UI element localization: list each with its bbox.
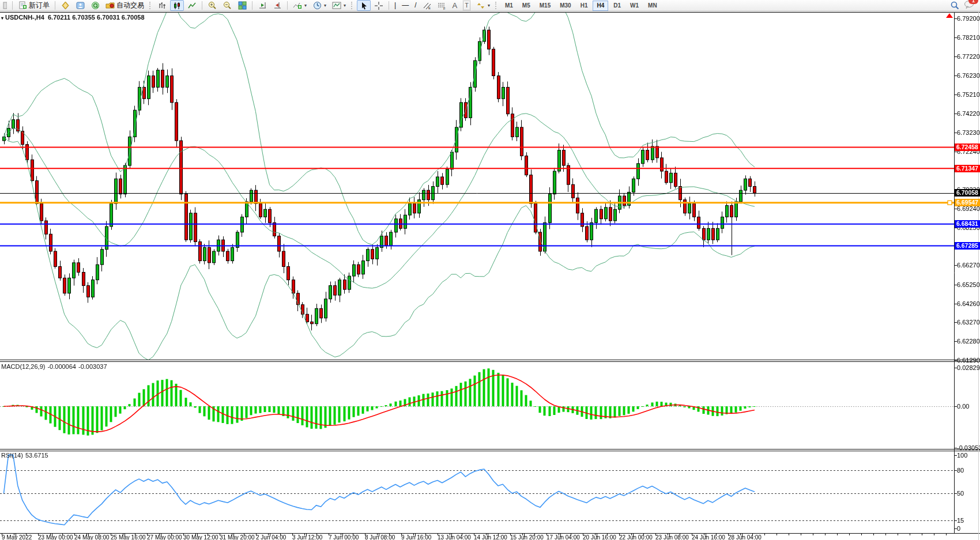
candlestick-chart-button[interactable] — [170, 0, 184, 11]
time-axis-label: 8 Jun 08:00 — [365, 534, 395, 540]
rsi-indicator-label: RSI(14)53.6715 — [1, 452, 51, 459]
dropdown-arrow-icon: ▾ — [324, 3, 326, 8]
text-tool-button[interactable]: A — [450, 0, 460, 11]
price-badge: 6.72458 — [955, 144, 980, 151]
price-axis-tick: 6.77220 — [957, 53, 980, 60]
price-axis-tick: 6.75210 — [957, 91, 980, 98]
timeframe-button-h1[interactable]: H1 — [576, 1, 592, 11]
time-axis-label: 31 May 20:00 — [220, 534, 255, 540]
auto-scroll-icon — [258, 1, 267, 10]
timeframe-button-mn[interactable]: MN — [644, 1, 661, 11]
zoom-out-button[interactable] — [220, 0, 234, 11]
macd-signal-value: -0.003037 — [78, 363, 107, 370]
mql5-community-button[interactable] — [88, 0, 102, 11]
svg-text:E: E — [428, 6, 431, 10]
indicators-icon — [293, 1, 302, 10]
cursor-tool-button[interactable] — [357, 0, 371, 11]
equidistant-channel-icon: E — [423, 1, 432, 10]
macd-axis-tick: 0.00 — [957, 403, 969, 410]
text-label-icon: T — [463, 1, 470, 10]
line-chart-button[interactable] — [185, 0, 199, 11]
price-axis-tick: 6.76230 — [957, 72, 980, 79]
chart-menu-caret-icon[interactable]: ▾ — [1, 16, 3, 21]
timeframe-button-m1[interactable]: M1 — [501, 1, 517, 11]
price-axis-tick: 6.63270 — [957, 319, 980, 326]
macd-axis-tick: -0.030537 — [957, 444, 980, 451]
time-axis-label: 22 Jun 00:00 — [619, 534, 653, 540]
periods-button[interactable]: ▾ — [310, 0, 329, 11]
price-axis-tick: 6.79200 — [957, 15, 980, 22]
fibonacci-tool-button[interactable]: F — [435, 0, 449, 11]
tile-windows-button[interactable] — [235, 0, 249, 11]
time-axis-label: 13 Jun 04:00 — [438, 534, 471, 540]
time-axis-label: 23 May 00:00 — [38, 534, 73, 540]
svg-text:F: F — [443, 7, 446, 10]
crosshair-icon — [374, 1, 383, 10]
chart-shift-button[interactable] — [270, 0, 284, 11]
cursor-icon — [359, 1, 368, 10]
rsi-axis-tick: 0 — [957, 525, 960, 532]
indicators-button[interactable]: ▾ — [291, 0, 309, 11]
time-axis-label: 23 Jun 08:00 — [655, 534, 689, 540]
new-order-label: 新订单 — [29, 1, 50, 10]
text-icon: A — [453, 1, 458, 10]
channel-tool-button[interactable]: E — [420, 0, 434, 11]
vertical-line-tool-button[interactable]: | — [392, 0, 398, 11]
price-axis-tick: 6.62280 — [957, 338, 980, 345]
zoom-in-button[interactable] — [205, 0, 219, 11]
price-axis-tick: 6.66270 — [957, 262, 980, 269]
autotrading-button[interactable]: 自动交易 — [103, 0, 146, 11]
dropdown-arrow-icon: ▾ — [304, 3, 307, 8]
candlestick-chart-icon — [172, 1, 182, 10]
terminal-button[interactable] — [73, 0, 87, 11]
mt4-window: 新订单 自动交易 — [0, 0, 980, 540]
timeframe-button-w1[interactable]: W1 — [626, 1, 643, 11]
trendline-icon: / — [414, 1, 416, 10]
clock-icon — [312, 1, 322, 10]
new-order-button[interactable]: 新订单 — [16, 0, 52, 11]
time-axis-label: 14 Jun 12:00 — [474, 534, 507, 540]
time-axis-label: 25 May 16:00 — [111, 534, 146, 540]
rsi-name: RSI(14) — [1, 452, 23, 459]
horizontal-line-tool-button[interactable]: — — [399, 0, 411, 11]
price-badge: 6.69547 — [955, 199, 980, 206]
timeframe-button-m5[interactable]: M5 — [518, 1, 534, 11]
autotrading-label: 自动交易 — [116, 1, 144, 10]
time-axis-label: 20 Jun 16:00 — [583, 534, 616, 540]
price-axis-tick: 6.74220 — [957, 110, 980, 117]
rsi-axis-tick: 100 — [957, 452, 967, 459]
metaeditor-button[interactable] — [58, 0, 72, 11]
chat-button[interactable]: 1 — [964, 0, 974, 11]
window-edge-icon — [0, 1, 9, 10]
price-axis-tick: 6.78210 — [957, 34, 980, 41]
time-axis-label: 24 Jun 16:00 — [692, 534, 725, 540]
tile-windows-icon — [238, 1, 247, 10]
notification-badge: 1 — [968, 0, 978, 4]
separator — [55, 1, 55, 10]
timeframe-button-h4[interactable]: H4 — [593, 1, 608, 11]
macd-main-value: -0.000064 — [47, 363, 76, 370]
terminal-icon — [76, 1, 85, 10]
timeframe-button-m15[interactable]: M15 — [536, 1, 555, 11]
chart-canvas[interactable] — [0, 0, 980, 540]
search-icon[interactable] — [950, 1, 959, 10]
auto-scroll-button[interactable] — [255, 0, 269, 11]
time-axis-label: 9 Jun 16:00 — [401, 534, 431, 540]
templates-button[interactable]: ▾ — [330, 0, 348, 11]
timeframe-button-d1[interactable]: D1 — [609, 1, 625, 11]
price-axis-tick: 6.65250 — [957, 281, 980, 288]
toolbar-grip — [351, 2, 354, 9]
timeframe-button-m30[interactable]: M30 — [556, 1, 575, 11]
vertical-line-icon: | — [394, 1, 396, 10]
text-label-tool-button[interactable]: T — [461, 0, 473, 11]
bar-chart-button[interactable] — [155, 0, 169, 11]
separator — [12, 1, 13, 10]
separator — [202, 1, 202, 10]
crosshair-tool-button[interactable] — [372, 0, 386, 11]
toolbar-grip — [495, 2, 498, 9]
arrows-tool-button[interactable]: ▾ — [474, 0, 492, 11]
price-badge: 6.68431 — [955, 220, 980, 228]
toolbar-grip — [149, 2, 152, 9]
trendline-tool-button[interactable]: / — [412, 0, 419, 11]
symbol-period-label: USDCNH-,H4 — [5, 14, 44, 21]
